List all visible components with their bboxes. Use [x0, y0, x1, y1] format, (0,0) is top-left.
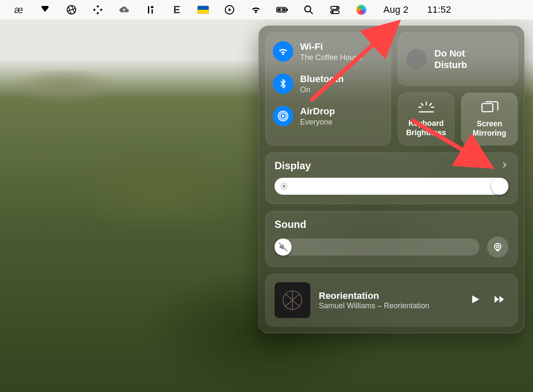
siri-icon[interactable]	[355, 4, 367, 16]
menubar: æ E Aug 2 11:52	[0, 0, 533, 20]
sound-volume-slider[interactable]	[275, 239, 479, 256]
svg-point-16	[496, 245, 499, 248]
wifi-icon[interactable]	[250, 4, 262, 16]
four-diamonds-icon[interactable]	[92, 4, 104, 16]
svg-rect-14	[482, 104, 493, 112]
svg-rect-4	[286, 9, 288, 11]
bluetooth-icon	[273, 74, 293, 94]
svg-rect-1	[148, 6, 149, 14]
bluetooth-label: Bluetooth	[300, 73, 344, 85]
do-not-disturb-toggle[interactable]: Do Not Disturb	[398, 32, 518, 86]
play-circle-icon[interactable]	[224, 4, 235, 16]
bluetooth-status: On	[300, 85, 344, 95]
play-button[interactable]	[469, 293, 481, 307]
screen-mirroring-button[interactable]: Screen Mirroring	[461, 93, 518, 145]
bluetooth-toggle[interactable]: Bluetooth On	[273, 73, 383, 94]
next-track-button[interactable]	[492, 293, 506, 307]
screen-mirroring-icon	[480, 100, 499, 115]
connectivity-tile: Wi-Fi The Coffee House Bluetooth On AirD…	[265, 32, 391, 145]
display-tile: Display	[265, 152, 518, 204]
sun-small-icon	[280, 182, 288, 190]
sound-tile: Sound	[265, 211, 518, 267]
wifi-toggle[interactable]: Wi-Fi The Coffee House	[273, 41, 383, 62]
display-slider-thumb[interactable]	[491, 178, 508, 195]
menubar-time[interactable]: 11:52	[427, 4, 451, 15]
screen-mirroring-label: Screen Mirroring	[473, 119, 506, 138]
display-chevron-right-icon[interactable]	[501, 161, 508, 170]
wifi-icon	[273, 41, 293, 62]
wifi-label: Wi-Fi	[300, 41, 362, 53]
bookmark-shape-icon[interactable]	[39, 4, 51, 16]
display-title: Display	[275, 160, 311, 172]
battery-charging-icon[interactable]	[276, 4, 288, 16]
svg-point-8	[336, 7, 338, 9]
now-playing-tile: Reorientation Samuel Williams – Reorient…	[265, 274, 518, 327]
airdrop-toggle[interactable]: AirDrop Everyone	[273, 105, 383, 127]
airplay-audio-button[interactable]	[487, 236, 508, 258]
sound-title: Sound	[275, 219, 306, 230]
cloud-upload-icon[interactable]	[118, 4, 130, 16]
dnd-label: Do Not Disturb	[434, 48, 467, 71]
airdrop-label: AirDrop	[300, 105, 335, 117]
keyboard-brightness-label: Keyboard Brightness	[406, 119, 446, 137]
control-center-panel: Wi-Fi The Coffee House Bluetooth On AirD…	[258, 26, 524, 333]
wifi-status: The Coffee House	[300, 53, 362, 62]
svg-point-15	[283, 185, 286, 188]
speaker-muted-icon	[278, 242, 288, 252]
spotlight-search-icon[interactable]	[303, 4, 315, 16]
moon-icon	[406, 49, 427, 69]
now-playing-subtitle: Samuel Williams – Reorientation	[319, 301, 461, 310]
control-center-icon[interactable]	[329, 4, 341, 16]
keyboard-brightness-icon	[417, 100, 436, 115]
keyboard-brightness-button[interactable]: Keyboard Brightness	[398, 93, 454, 145]
airplay-audio-icon	[492, 241, 503, 253]
album-art[interactable]	[275, 282, 310, 318]
aperture-icon[interactable]	[65, 4, 77, 16]
svg-point-17	[494, 243, 501, 250]
airdrop-status: Everyone	[300, 117, 335, 127]
svg-point-11	[282, 115, 285, 118]
sound-slider-thumb[interactable]	[275, 239, 292, 256]
letter-e-icon[interactable]: E	[171, 4, 183, 16]
airdrop-icon	[273, 106, 293, 126]
right-column: Do Not Disturb Keyboard Brightness Scre	[398, 32, 518, 145]
tools-icon[interactable]	[145, 4, 156, 16]
now-playing-title: Reorientation	[319, 290, 461, 301]
ukraine-flag-icon[interactable]	[197, 4, 209, 16]
ae-ligature-icon[interactable]: æ	[13, 4, 25, 16]
svg-point-10	[332, 11, 334, 13]
menubar-date[interactable]: Aug 2	[383, 4, 408, 15]
display-brightness-slider[interactable]	[275, 178, 508, 195]
